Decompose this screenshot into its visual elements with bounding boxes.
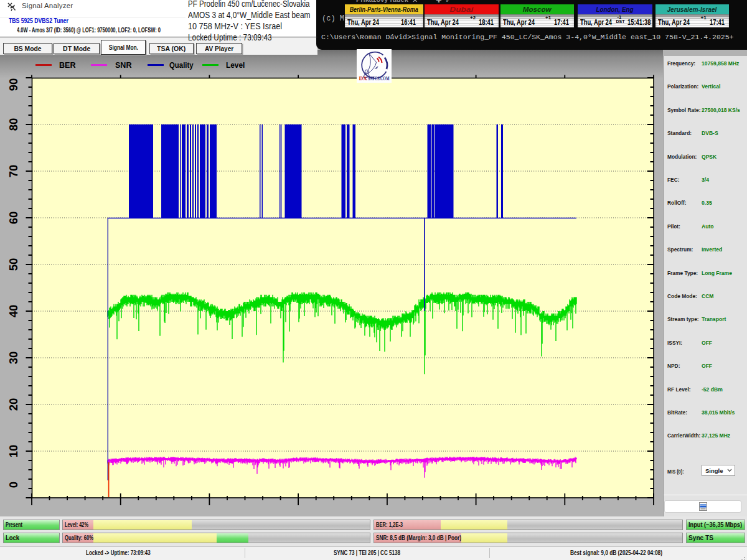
svg-text:50: 50	[7, 258, 20, 271]
svg-text:90: 90	[7, 78, 20, 91]
svg-text:SATCS.COM: SATCS.COM	[368, 75, 390, 82]
svg-text:10: 10	[7, 445, 20, 458]
svg-text:20: 20	[7, 398, 20, 411]
svg-text:40: 40	[7, 305, 20, 318]
svg-text:70: 70	[7, 165, 20, 178]
svg-text:60: 60	[7, 212, 20, 225]
svg-text:30: 30	[7, 352, 20, 365]
svg-text:DX: DX	[359, 75, 368, 82]
svg-text:80: 80	[7, 118, 20, 131]
svg-text:0: 0	[7, 482, 20, 488]
